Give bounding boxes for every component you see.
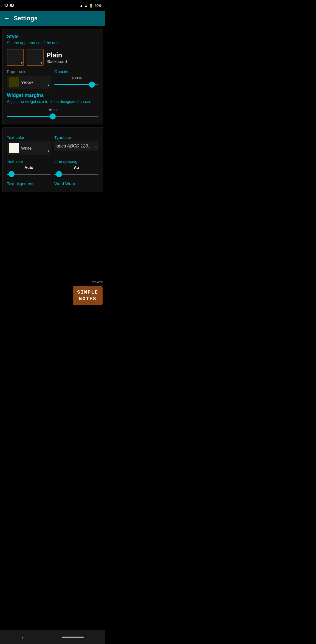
text-size-row: Text size Auto Line spacing Au (7, 159, 98, 177)
battery-icon: 🔋 (89, 4, 93, 8)
style-sub: Blackboard (46, 59, 98, 64)
line-spacing-thumb[interactable] (56, 171, 62, 177)
widget-margins-title: Widget margins (7, 93, 98, 98)
opacity-fill (54, 84, 92, 85)
text-color-typeface-row: Text color White Typeface abcd ABCD 123.… (7, 135, 98, 155)
paper-color-col: Paper color Yellow (7, 69, 51, 89)
opacity-label: Opacity (54, 69, 98, 74)
preview-tooltip-text: SIMPLE NOTES (77, 289, 98, 302)
typeface-col: Typeface abcd ABCD 123.. (54, 135, 98, 155)
style-info: Plain Blackboard (46, 51, 98, 64)
bottom-section: Text alignment Word Wrap (7, 181, 98, 188)
style-card: Style Set the appearance of the note. Pl… (2, 29, 103, 124)
line-spacing-value: Au (54, 165, 98, 170)
paper-color-selector[interactable]: Yellow (7, 76, 51, 89)
paper-color-label: Paper color (7, 69, 51, 74)
text-color-label: Text color (7, 135, 51, 140)
status-bar: 13:53 ▲ ▲ 🔋 49% (0, 0, 105, 11)
text-size-label: Text size (7, 159, 51, 164)
app-bar-title: Settings (14, 15, 38, 22)
preview-tooltip: Preview SIMPLE NOTES (73, 286, 103, 305)
word-wrap-col: Word Wrap (54, 181, 98, 188)
text-size-thumb[interactable] (9, 171, 15, 177)
widget-margins-subtitle: Adjust the widget size to fit the design… (7, 99, 98, 104)
battery-percent: 49% (94, 4, 101, 8)
text-size-value: Auto (7, 165, 51, 170)
text-size-slider[interactable] (7, 171, 51, 177)
text-color-swatch (9, 143, 19, 153)
word-wrap-label: Word Wrap (54, 181, 98, 186)
widget-margins-slider[interactable] (7, 113, 98, 120)
widget-margins-value: Auto (7, 108, 98, 112)
style-row: Plain Blackboard (7, 49, 98, 66)
preview-tooltip-label: Preview (92, 280, 103, 284)
typeface-label: Typeface (54, 135, 98, 140)
text-color-selector[interactable]: White (7, 141, 51, 155)
widget-margins-section: Widget margins Adjust the widget size to… (7, 93, 98, 120)
style-thumb-2[interactable] (27, 49, 44, 66)
status-icons: ▲ ▲ 🔋 49% (80, 4, 101, 8)
line-spacing-slider[interactable] (54, 171, 98, 177)
text-settings-card: Text color White Typeface abcd ABCD 123.… (2, 127, 103, 192)
signal-icon: ▲ (84, 4, 88, 8)
typeface-preview-text: abcd ABCD 123.. (57, 144, 90, 148)
line-spacing-col: Line spacing Au (54, 159, 98, 177)
widget-margins-fill (7, 116, 53, 117)
text-alignment-col: Text alignment (7, 181, 51, 188)
text-color-col: Text color White (7, 135, 51, 155)
opacity-value: 100% (54, 76, 98, 80)
back-button[interactable]: ← (4, 15, 10, 22)
wifi-icon: ▲ (80, 4, 83, 8)
paper-color-name: Yellow (21, 80, 33, 85)
text-size-col: Text size Auto (7, 159, 51, 177)
app-bar: ← Settings (0, 11, 105, 26)
status-time: 13:53 (4, 3, 14, 8)
line-spacing-label: Line spacing (54, 159, 98, 164)
style-section-subtitle: Set the appearance of the note. (7, 41, 98, 45)
paper-color-swatch (9, 77, 19, 87)
opacity-thumb[interactable] (89, 82, 95, 88)
text-alignment-label: Text alignment (7, 181, 51, 186)
paper-opacity-row: Paper color Yellow Opacity 100% (7, 69, 98, 89)
opacity-col: Opacity 100% (54, 69, 98, 89)
style-section-title: Style (7, 34, 98, 40)
text-color-name: White (21, 146, 32, 150)
widget-margins-thumb[interactable] (50, 113, 56, 119)
style-name: Plain (46, 51, 98, 59)
opacity-slider[interactable] (54, 81, 98, 88)
style-thumb-1[interactable] (7, 49, 24, 66)
typeface-selector[interactable]: abcd ABCD 123.. (54, 141, 98, 151)
